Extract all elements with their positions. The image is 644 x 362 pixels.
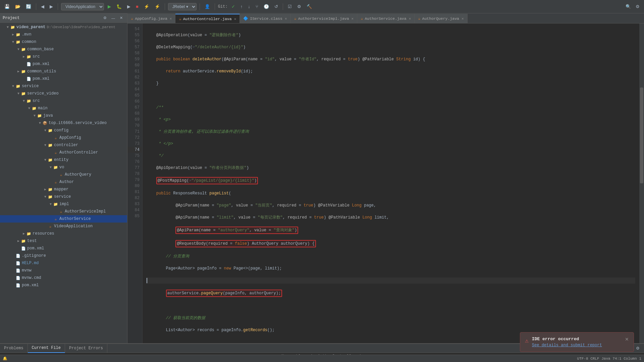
tab-close[interactable]: ✕	[409, 16, 411, 21]
expand-arrow[interactable]: ▼	[11, 40, 15, 44]
git-update[interactable]: ↑	[239, 3, 245, 10]
error-close-button[interactable]: ✕	[625, 337, 629, 342]
sync-button[interactable]: 🔄	[24, 3, 33, 10]
tree-item-common_base[interactable]: ▼ 📁 common_base	[0, 46, 127, 53]
expand-arrow[interactable]: ▼	[38, 121, 42, 125]
expand-arrow[interactable]: ▼	[21, 99, 26, 103]
tree-item-controller[interactable]: ▼ 📁 controller	[0, 141, 127, 149]
code-editor[interactable]: 54 55 56 57 58 59 60 61 62 63 64 65 66 6…	[127, 23, 644, 343]
expand-arrow[interactable]: ▼	[16, 91, 21, 96]
save-button[interactable]: 💾	[3, 3, 11, 10]
jrebel-dropdown[interactable]: JRebel ▾	[168, 3, 197, 10]
tree-item-config[interactable]: ▼ 📁 config	[0, 127, 127, 134]
tree-item-pom-sv[interactable]: ▶ 📄 pom.xml	[0, 245, 127, 252]
tab-IService[interactable]: 🔷 IService.class ✕	[240, 14, 290, 23]
expand-arrow[interactable]: ▼	[27, 106, 32, 111]
project-dropdown[interactable]: VideoApplication	[61, 3, 104, 10]
jrebel-run[interactable]: ⚡	[142, 3, 151, 10]
tree-item-vo[interactable]: ▼ 📁 vo	[0, 164, 127, 171]
expand-arrow[interactable]: ▶	[16, 69, 21, 74]
profile-button[interactable]: 👤	[203, 3, 212, 10]
tab-AuthorQuery[interactable]: ☕ AuthorQuery.java ✕	[415, 14, 467, 23]
git-branch[interactable]: ⑂	[254, 3, 260, 10]
history-button[interactable]: 🕐	[262, 3, 271, 10]
git-push[interactable]: ↓	[246, 3, 252, 10]
build-button[interactable]: 🔨	[305, 3, 314, 10]
tab-problems[interactable]: Problems	[0, 344, 28, 353]
tree-item-pom-cb[interactable]: ▶ 📄 pom.xml	[0, 60, 127, 68]
tree-item-src-sv[interactable]: ▼ 📁 src	[0, 97, 127, 105]
tree-item-common[interactable]: ▼ 📁 common	[0, 38, 127, 46]
expand-arrow[interactable]: ▶	[11, 32, 15, 37]
rollback-button[interactable]: ↺	[273, 3, 280, 10]
tree-item-AppConfig[interactable]: ▶ ☕ AppConfig	[0, 134, 127, 141]
bottom-settings[interactable]: ⚙	[634, 345, 641, 351]
tree-item-VideoApplication[interactable]: ▶ ☕ VideoApplication	[0, 223, 127, 230]
tree-item-mvnw-cmd[interactable]: ▶ 📄 mvnw.cmd	[0, 274, 127, 282]
tab-close[interactable]: ✕	[234, 17, 236, 21]
coverage-button[interactable]: ▶	[125, 3, 132, 10]
tree-item-gitignore[interactable]: ▶ 📄 .gitignore	[0, 252, 127, 259]
back-button[interactable]: ◀	[39, 3, 46, 10]
tab-AuthorService[interactable]: ☕ AuthorService.java ✕	[357, 14, 415, 23]
tree-item-resources[interactable]: ▶ 📁 resources	[0, 230, 127, 237]
tab-AuthorServiceImpl[interactable]: ☕ AuthorServiceImpl.java ✕	[291, 14, 358, 23]
project-settings[interactable]: ⚙	[102, 15, 108, 21]
expand-arrow[interactable]: ▼	[43, 158, 48, 162]
tab-AuthorController[interactable]: ☕ AuthorController.java ✕	[175, 14, 240, 23]
tree-item-AuthorController[interactable]: ▶ ☕ AuthorController	[0, 149, 127, 156]
ide-error-link[interactable]: See details and submit report	[532, 343, 619, 348]
expand-arrow[interactable]: ▼	[43, 143, 48, 147]
expand-arrow[interactable]: ▼	[32, 113, 37, 118]
tree-item-pom-root[interactable]: ▶ 📄 pom.xml	[0, 282, 127, 289]
tasks-button[interactable]: ☑	[286, 3, 293, 10]
expand-arrow[interactable]: ▶	[21, 231, 26, 236]
tab-AppConfig[interactable]: ☕ AppConfig.java ✕	[127, 14, 175, 23]
expand-arrow[interactable]: ▶	[16, 239, 21, 243]
tab-project-errors[interactable]: Project Errors	[65, 344, 107, 353]
scroll-thumb[interactable]	[640, 87, 643, 183]
tree-item-mvn[interactable]: ▶ 📁 .mvn	[0, 31, 127, 38]
expand-arrow[interactable]: ▶	[43, 187, 48, 192]
project-collapse[interactable]: —	[110, 15, 117, 21]
tree-item-java[interactable]: ▼ 📁 java	[0, 112, 127, 119]
tree-item-AuthorService[interactable]: ▶ ☕ AuthorService	[0, 215, 127, 223]
tree-item-video_parent[interactable]: ▼ 📁 video_parent D:\Develop\IdeaPro\vide…	[0, 23, 127, 31]
tree-item-service-pkg[interactable]: ▼ 📁 service	[0, 193, 127, 200]
tab-close[interactable]: ✕	[285, 16, 287, 21]
expand-arrow[interactable]: ▼	[5, 25, 10, 29]
tree-item-Author[interactable]: ▶ ☕ Author	[0, 178, 127, 186]
tree-item-common_utils[interactable]: ▶ 📁 common_utils	[0, 68, 127, 75]
tree-item-main[interactable]: ▼ 📁 main	[0, 105, 127, 112]
tree-item-entity[interactable]: ▼ 📁 entity	[0, 156, 127, 164]
jrebel-debug[interactable]: ⚡	[153, 3, 162, 10]
run-button[interactable]: ▶	[106, 3, 113, 10]
project-close[interactable]: ✕	[118, 15, 124, 21]
tree-item-test[interactable]: ▶ 📁 test	[0, 237, 127, 245]
expand-arrow[interactable]: ▼	[16, 47, 21, 52]
open-button[interactable]: 📂	[13, 3, 22, 10]
code-content[interactable]: @ApiOperation(value = "逻辑删除作者") @DeleteM…	[143, 23, 639, 343]
tree-item-pom-cu[interactable]: ▶ 📄 pom.xml	[0, 75, 127, 82]
vertical-scrollbar[interactable]	[639, 23, 644, 343]
tree-item-AuthorServiceImpl[interactable]: ▶ ☕ AuthorServiceImpl	[0, 208, 127, 215]
forward-button[interactable]: ▶	[48, 3, 55, 10]
tree-item-HELP[interactable]: ▶ 📄 HELP.md	[0, 259, 127, 267]
settings-gear[interactable]: ⚙	[634, 3, 641, 10]
search-button[interactable]: 🔍	[624, 3, 633, 10]
tree-item-src-cb[interactable]: ▶ 📁 src	[0, 53, 127, 60]
tree-item-service_video[interactable]: ▼ 📁 service_video	[0, 90, 127, 97]
git-check[interactable]: ✓	[230, 3, 237, 10]
expand-arrow[interactable]: ▼	[11, 84, 15, 88]
tab-close[interactable]: ✕	[352, 16, 354, 21]
tree-item-impl[interactable]: ▼ 📁 impl	[0, 200, 127, 208]
debug-button[interactable]: 🐛	[115, 3, 123, 10]
tree-item-AuthorQuery[interactable]: ▶ ☕ AuthorQuery	[0, 171, 127, 178]
stop-button[interactable]: ■	[134, 3, 140, 10]
expand-arrow[interactable]: ▼	[48, 165, 53, 170]
tab-close[interactable]: ✕	[462, 16, 464, 21]
tab-close[interactable]: ✕	[170, 16, 172, 21]
expand-arrow[interactable]: ▼	[43, 194, 48, 199]
expand-arrow[interactable]: ▼	[48, 202, 53, 206]
tree-item-package[interactable]: ▼ 📦 top.it6666.service_video	[0, 119, 127, 127]
